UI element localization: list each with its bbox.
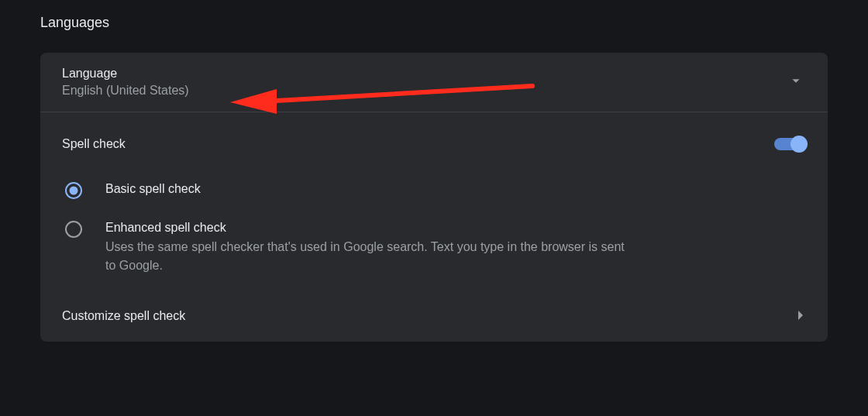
chevron-down-icon: [787, 72, 804, 92]
spell-check-label: Spell check: [62, 137, 126, 151]
annotation-arrow: [230, 81, 540, 114]
option-title: Basic spell check: [105, 182, 201, 196]
spell-check-options: Basic spell check Enhanced spell check U…: [40, 167, 828, 294]
option-title: Enhanced spell check: [105, 221, 632, 235]
svg-marker-1: [230, 89, 277, 114]
radio-unselected-icon: [65, 221, 82, 238]
toggle-knob: [790, 136, 808, 153]
settings-panel: Language English (United States) Spell c…: [40, 53, 828, 342]
svg-line-0: [277, 86, 532, 101]
radio-selected-icon: [65, 182, 82, 199]
option-text: Enhanced spell check Uses the same spell…: [105, 221, 632, 275]
option-text: Basic spell check: [105, 182, 201, 196]
customize-spell-check-label: Customize spell check: [62, 309, 185, 323]
spell-check-toggle[interactable]: [774, 138, 804, 150]
customize-spell-check-row[interactable]: Customize spell check: [40, 294, 828, 342]
caret-right-icon: [797, 309, 804, 323]
spell-check-row: Spell check: [40, 112, 828, 167]
language-value: English (United States): [62, 84, 189, 98]
page-title: Languages: [0, 0, 868, 31]
option-description: Uses the same spell checker that's used …: [105, 238, 632, 275]
option-basic-spell-check[interactable]: Basic spell check: [62, 171, 804, 210]
language-row-text: Language English (United States): [62, 67, 189, 98]
language-label: Language: [62, 67, 189, 81]
language-row[interactable]: Language English (United States): [40, 53, 828, 112]
option-enhanced-spell-check[interactable]: Enhanced spell check Uses the same spell…: [62, 210, 804, 286]
